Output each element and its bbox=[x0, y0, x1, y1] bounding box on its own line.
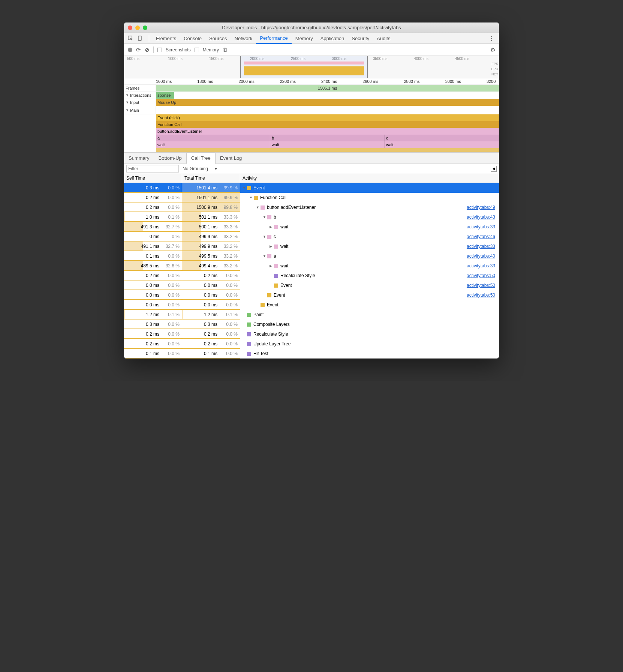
tab-summary[interactable]: Summary bbox=[124, 152, 154, 164]
clear-icon[interactable]: ⊘ bbox=[145, 46, 150, 53]
call-tree-row[interactable]: 0.3 ms0.0 %1501.4 ms99.9 %▼Event bbox=[124, 183, 499, 193]
flame-listener[interactable]: button.addEventListener bbox=[156, 128, 499, 135]
source-link[interactable]: activitytabs:40 bbox=[467, 254, 495, 259]
call-tree-row[interactable]: 0 ms0 %499.9 ms33.2 %▼cactivitytabs:46 bbox=[124, 232, 499, 242]
call-tree-row[interactable]: 0.0 ms0.0 %0.0 ms0.0 %Eventactivitytabs:… bbox=[124, 280, 499, 290]
cell-activity: ▼button.addEventListeneractivitytabs:49 bbox=[240, 205, 499, 210]
tree-arrow-icon[interactable]: ▼ bbox=[263, 235, 267, 238]
flame-rows: Event (click) Function Call button.addEv… bbox=[124, 114, 499, 152]
source-link[interactable]: activitytabs:49 bbox=[467, 205, 495, 210]
flame-b[interactable]: b bbox=[270, 135, 385, 141]
cell-total-time: 0.2 ms0.0 % bbox=[182, 339, 240, 349]
activity-color-icon bbox=[247, 332, 251, 336]
filter-input[interactable] bbox=[126, 165, 179, 172]
call-tree-row[interactable]: 0.2 ms0.0 %0.2 ms0.0 %Update Layer Tree bbox=[124, 339, 499, 349]
flame-wait-b[interactable]: wait bbox=[270, 141, 385, 148]
source-link[interactable]: activitytabs:43 bbox=[467, 214, 495, 220]
cell-total-time: 0.2 ms0.0 % bbox=[182, 329, 240, 339]
activity-color-icon bbox=[267, 235, 271, 239]
source-link[interactable]: activitytabs:46 bbox=[467, 234, 495, 239]
flame-wait-c[interactable]: wait bbox=[385, 141, 499, 148]
cell-self-time: 0 ms0 % bbox=[124, 232, 182, 242]
interactions-track: ▼Interactions sponse bbox=[124, 92, 499, 99]
source-link[interactable]: activitytabs:50 bbox=[467, 292, 495, 298]
col-activity[interactable]: Activity bbox=[240, 174, 499, 183]
gear-icon[interactable]: ⚙ bbox=[490, 46, 495, 53]
tree-arrow-icon[interactable]: ▼ bbox=[256, 206, 261, 209]
tree-arrow-icon[interactable]: ▼ bbox=[249, 196, 254, 200]
tree-arrow-icon[interactable]: ▶ bbox=[270, 225, 274, 229]
call-tree-row[interactable]: 0.0 ms0.0 %0.0 ms0.0 %Eventactivitytabs:… bbox=[124, 290, 499, 300]
tab-audits[interactable]: Audits bbox=[373, 33, 394, 44]
call-tree-row[interactable]: 1.0 ms0.1 %501.1 ms33.3 %▼bactivitytabs:… bbox=[124, 212, 499, 222]
source-link[interactable]: activitytabs:33 bbox=[467, 224, 495, 230]
minimize-icon[interactable] bbox=[135, 26, 140, 30]
panel-toggle-icon[interactable]: ◀ bbox=[491, 166, 497, 172]
flame-event[interactable]: Event (click) bbox=[156, 114, 499, 121]
tree-arrow-icon[interactable]: ▼ bbox=[243, 186, 247, 190]
flame-c[interactable]: c bbox=[385, 135, 499, 141]
device-icon[interactable] bbox=[136, 34, 144, 42]
source-link[interactable]: activitytabs:50 bbox=[467, 273, 495, 278]
call-tree-row[interactable]: 491.3 ms32.7 %500.1 ms33.3 %▶waitactivit… bbox=[124, 222, 499, 232]
tab-event-log[interactable]: Event Log bbox=[216, 152, 247, 164]
call-tree-row[interactable]: 489.5 ms32.6 %499.4 ms33.2 %▶waitactivit… bbox=[124, 261, 499, 271]
col-total-time[interactable]: Total Time bbox=[182, 174, 240, 183]
call-tree-row[interactable]: 0.1 ms0.0 %499.5 ms33.2 %▼aactivitytabs:… bbox=[124, 251, 499, 261]
flame-chart[interactable]: 1600 ms1800 ms2000 ms2200 ms2400 ms2600 … bbox=[124, 78, 499, 152]
source-link[interactable]: activitytabs:33 bbox=[467, 263, 495, 268]
inspect-icon[interactable] bbox=[126, 34, 135, 42]
activity-name: Recalculate Style bbox=[253, 332, 288, 337]
screenshots-checkbox[interactable] bbox=[157, 48, 162, 52]
source-link[interactable]: activitytabs:33 bbox=[467, 244, 495, 249]
trash-icon[interactable]: 🗑 bbox=[223, 47, 228, 52]
tree-arrow-icon[interactable]: ▼ bbox=[263, 254, 267, 258]
chevron-down-icon: ▾ bbox=[215, 166, 217, 171]
tab-call-tree[interactable]: Call Tree bbox=[186, 153, 216, 164]
col-self-time[interactable]: Self Time bbox=[124, 174, 182, 183]
memory-checkbox[interactable] bbox=[195, 48, 199, 52]
cell-total-time: 1501.4 ms99.9 % bbox=[182, 183, 240, 193]
call-tree-row[interactable]: 0.0 ms0.0 %0.0 ms0.0 %Event bbox=[124, 300, 499, 310]
tab-security[interactable]: Security bbox=[348, 33, 373, 44]
call-tree-row[interactable]: 491.1 ms32.7 %499.9 ms33.2 %▶waitactivit… bbox=[124, 242, 499, 251]
call-tree-row[interactable]: 0.2 ms0.0 %0.2 ms0.0 %Recalculate Style bbox=[124, 329, 499, 339]
activity-color-icon bbox=[267, 215, 271, 219]
reload-icon[interactable]: ⟳ bbox=[136, 46, 141, 53]
call-tree-row[interactable]: 0.1 ms0.0 %0.1 ms0.0 %Hit Test bbox=[124, 349, 499, 358]
table-header: Self Time Total Time Activity bbox=[124, 174, 499, 183]
activity-color-icon bbox=[267, 254, 271, 258]
call-tree-row[interactable]: 0.2 ms0.0 %0.2 ms0.0 %Recalculate Stylea… bbox=[124, 271, 499, 280]
bottom-tabs: Summary Bottom-Up Call Tree Event Log bbox=[124, 152, 499, 164]
zoom-icon[interactable] bbox=[143, 26, 147, 30]
call-tree-row[interactable]: 0.3 ms0.0 %0.3 ms0.0 %Composite Layers bbox=[124, 320, 499, 329]
overview-fps-bar bbox=[244, 62, 364, 64]
more-icon[interactable]: ⋮ bbox=[486, 35, 497, 42]
tab-sources[interactable]: Sources bbox=[205, 33, 231, 44]
call-tree-row[interactable]: 0.2 ms0.0 %1500.9 ms99.8 %▼button.addEve… bbox=[124, 202, 499, 212]
flame-wait-a[interactable]: wait bbox=[156, 141, 270, 148]
tree-arrow-icon[interactable]: ▼ bbox=[263, 215, 267, 219]
titlebar: Developer Tools - https://googlechrome.g… bbox=[124, 22, 499, 33]
call-tree-row[interactable]: 1.2 ms0.1 %1.2 ms0.1 %Paint bbox=[124, 310, 499, 320]
grouping-select[interactable]: No Grouping▾ bbox=[183, 166, 217, 171]
tab-bottom-up[interactable]: Bottom-Up bbox=[154, 152, 186, 164]
tab-console[interactable]: Console bbox=[180, 33, 205, 44]
activity-name: wait bbox=[280, 224, 288, 230]
close-icon[interactable] bbox=[128, 26, 132, 30]
flame-function-call[interactable]: Function Call bbox=[156, 121, 499, 128]
tree-arrow-icon[interactable]: ▶ bbox=[270, 264, 274, 268]
tree-arrow-icon[interactable]: ▶ bbox=[270, 244, 274, 248]
tab-memory[interactable]: Memory bbox=[292, 33, 317, 44]
tab-performance[interactable]: Performance bbox=[256, 33, 291, 44]
mouse-up-bar: Mouse Up bbox=[156, 99, 499, 106]
activity-name: wait bbox=[280, 263, 288, 268]
flame-a[interactable]: a bbox=[156, 135, 270, 141]
call-tree-row[interactable]: 0.2 ms0.0 %1501.1 ms99.9 %▼Function Call bbox=[124, 193, 499, 202]
overview-chart[interactable]: 500 ms1000 ms1500 ms2000 ms2500 ms3000 m… bbox=[124, 56, 499, 78]
record-button[interactable] bbox=[128, 48, 132, 52]
tab-application[interactable]: Application bbox=[317, 33, 348, 44]
tab-network[interactable]: Network bbox=[231, 33, 256, 44]
source-link[interactable]: activitytabs:50 bbox=[467, 283, 495, 288]
tab-elements[interactable]: Elements bbox=[152, 33, 180, 44]
